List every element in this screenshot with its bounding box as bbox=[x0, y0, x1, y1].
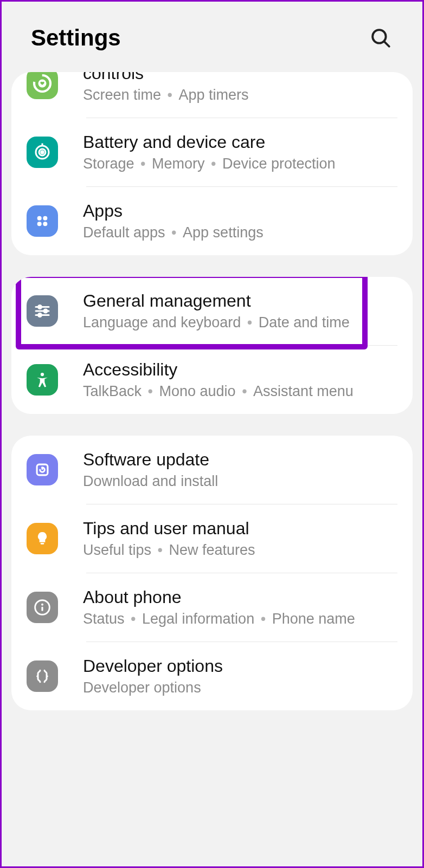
about-icon bbox=[27, 592, 58, 623]
svg-point-17 bbox=[38, 314, 42, 317]
svg-point-15 bbox=[38, 306, 42, 309]
svg-rect-20 bbox=[41, 543, 44, 545]
settings-item-wellbeing[interactable]: controlsScreen time • App timers bbox=[11, 72, 413, 118]
settings-item-apps[interactable]: AppsDefault apps • App settings bbox=[11, 187, 413, 255]
svg-point-9 bbox=[43, 216, 47, 221]
settings-item-text: Battery and device careStorage • Memory … bbox=[83, 132, 397, 172]
svg-point-6 bbox=[41, 151, 44, 154]
settings-item-text: About phoneStatus • Legal information • … bbox=[83, 587, 397, 627]
tips-icon bbox=[27, 523, 58, 554]
svg-point-22 bbox=[41, 604, 43, 606]
search-button[interactable] bbox=[365, 22, 396, 54]
svg-point-10 bbox=[37, 222, 42, 226]
settings-item-text: General managementLanguage and keyboard … bbox=[83, 291, 397, 331]
update-icon bbox=[27, 454, 58, 485]
settings-item-title: Developer options bbox=[83, 656, 397, 676]
settings-item-title: General management bbox=[83, 291, 397, 311]
settings-item-general[interactable]: General managementLanguage and keyboard … bbox=[11, 277, 413, 345]
svg-point-8 bbox=[37, 216, 42, 221]
settings-item-title: About phone bbox=[83, 587, 397, 607]
settings-item-title: controls bbox=[83, 72, 397, 83]
settings-card: controlsScreen time • App timersBattery … bbox=[11, 72, 413, 255]
settings-item-title: Tips and user manual bbox=[83, 519, 397, 539]
settings-item-subtitle: Storage • Memory • Device protection bbox=[83, 156, 397, 172]
apps-icon bbox=[27, 205, 58, 237]
settings-item-text: Tips and user manualUseful tips • New fe… bbox=[83, 519, 397, 559]
settings-item-a11y[interactable]: AccessibilityTalkBack • Mono audio • Ass… bbox=[11, 346, 413, 414]
settings-item-title: Software update bbox=[83, 450, 397, 470]
search-icon bbox=[369, 27, 392, 49]
header: Settings bbox=[2, 2, 422, 72]
settings-item-title: Accessibility bbox=[83, 360, 397, 380]
settings-item-text: AccessibilityTalkBack • Mono audio • Ass… bbox=[83, 360, 397, 400]
settings-item-update[interactable]: Software updateDownload and install bbox=[11, 436, 413, 504]
svg-line-1 bbox=[384, 41, 389, 46]
svg-point-18 bbox=[41, 373, 44, 376]
settings-item-subtitle: Language and keyboard • Date and time bbox=[83, 314, 397, 331]
settings-item-about[interactable]: About phoneStatus • Legal information • … bbox=[11, 573, 413, 642]
svg-rect-23 bbox=[41, 607, 43, 611]
settings-item-text: controlsScreen time • App timers bbox=[83, 72, 397, 103]
settings-item-subtitle: Default apps • App settings bbox=[83, 224, 397, 241]
settings-item-subtitle: Download and install bbox=[83, 473, 397, 490]
general-icon bbox=[27, 295, 58, 327]
dev-icon bbox=[27, 660, 58, 692]
settings-item-tips[interactable]: Tips and user manualUseful tips • New fe… bbox=[11, 504, 413, 573]
settings-item-text: Software updateDownload and install bbox=[83, 450, 397, 490]
battery-icon bbox=[27, 137, 58, 168]
svg-point-16 bbox=[44, 309, 47, 313]
page-title: Settings bbox=[31, 25, 121, 51]
settings-item-subtitle: Status • Legal information • Phone name bbox=[83, 611, 397, 627]
settings-item-subtitle: Developer options bbox=[83, 679, 397, 696]
settings-item-subtitle: Screen time • App timers bbox=[83, 87, 397, 103]
settings-item-title: Apps bbox=[83, 201, 397, 221]
settings-item-text: AppsDefault apps • App settings bbox=[83, 201, 397, 241]
settings-item-subtitle: Useful tips • New features bbox=[83, 542, 397, 559]
settings-card: Software updateDownload and installTips … bbox=[11, 436, 413, 710]
settings-card: General managementLanguage and keyboard … bbox=[11, 277, 413, 414]
settings-item-dev[interactable]: Developer optionsDeveloper options bbox=[11, 642, 413, 710]
a11y-icon bbox=[27, 364, 58, 396]
settings-item-text: Developer optionsDeveloper options bbox=[83, 656, 397, 696]
svg-point-11 bbox=[43, 222, 47, 226]
settings-item-title: Battery and device care bbox=[83, 132, 397, 152]
settings-item-subtitle: TalkBack • Mono audio • Assistant menu bbox=[83, 383, 397, 400]
wellbeing-icon bbox=[27, 72, 58, 99]
settings-item-battery[interactable]: Battery and device careStorage • Memory … bbox=[11, 118, 413, 186]
